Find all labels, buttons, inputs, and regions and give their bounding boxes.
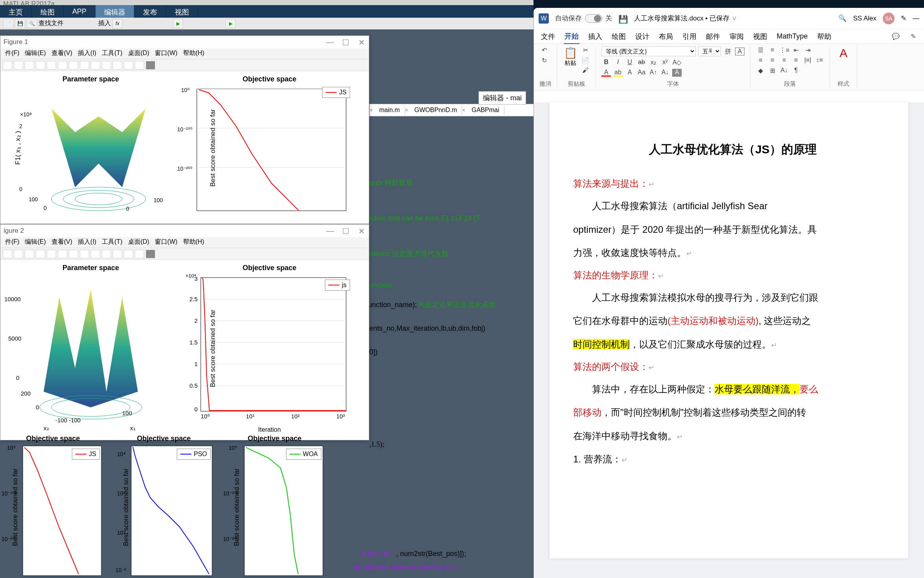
dec-indent-icon[interactable]: ⇤	[791, 46, 801, 54]
minimize-icon[interactable]: —	[326, 38, 334, 46]
grow-font-icon[interactable]: A↑	[649, 69, 658, 77]
underline-icon[interactable]: U	[625, 59, 634, 66]
document-filename[interactable]: 人工水母搜索算法.docx • 已保存 ∨	[634, 14, 737, 23]
menu-view[interactable]: 查看(V)	[49, 48, 75, 59]
copy-icon[interactable]: 📄	[581, 57, 590, 64]
menu-edit[interactable]: 编辑(E)	[22, 48, 48, 59]
menu-file[interactable]: 件(F)	[3, 48, 22, 59]
file-tab-gwobp[interactable]: GWOBPnnD.m	[410, 105, 462, 115]
tab-plot[interactable]: 绘图	[32, 5, 64, 18]
menu-help[interactable]: 帮助(H)	[181, 48, 207, 59]
link-icon[interactable]	[113, 61, 122, 70]
hide-plot-icon[interactable]	[146, 61, 155, 70]
undo-icon[interactable]: ↶	[539, 46, 549, 54]
superscript-icon[interactable]: x²	[660, 59, 670, 66]
cut-icon[interactable]: ✂	[581, 46, 590, 54]
autosave-toggle[interactable]: 自动保存 关	[555, 14, 612, 23]
align-right-icon[interactable]: ≡	[779, 57, 789, 64]
menu-window[interactable]: 窗口(W)	[152, 48, 180, 59]
menu-view[interactable]: 查看(V)	[49, 237, 75, 248]
run-section-icon[interactable]: ▶	[226, 19, 236, 28]
legend-icon[interactable]	[135, 61, 144, 70]
figure-1-titlebar[interactable]: Figure 1 — ☐ ✕	[0, 36, 369, 48]
tab-draw[interactable]: 绘图	[611, 29, 627, 44]
tab-home[interactable]: 主页	[0, 5, 32, 18]
distribute-icon[interactable]: |≡|	[803, 57, 812, 64]
editor-code-area[interactable]: agents 种群数量 function that can be from F1…	[361, 157, 534, 362]
menu-help[interactable]: 帮助(H)	[181, 237, 207, 248]
file-tab-gabp[interactable]: GABPmai	[467, 105, 504, 115]
menu-insert[interactable]: 插入(I)	[75, 237, 99, 248]
zoom-in-icon[interactable]	[47, 61, 56, 70]
subscript-icon[interactable]: x₂	[649, 59, 658, 66]
change-case-icon[interactable]: Aa	[637, 69, 646, 77]
bold-icon[interactable]: B	[601, 59, 611, 66]
line-spacing-icon[interactable]: ↕≡	[815, 57, 824, 64]
pinyin-icon[interactable]: 拼	[723, 48, 733, 55]
datacursor-icon[interactable]	[91, 250, 100, 258]
tab-mail[interactable]: 邮件	[705, 29, 721, 44]
menu-window[interactable]: 窗口(W)	[152, 237, 180, 248]
clear-format-icon[interactable]: A◇	[672, 59, 682, 66]
pan-icon[interactable]	[69, 61, 78, 70]
tab-ref[interactable]: 引用	[682, 29, 697, 44]
tab-editor[interactable]: 编辑器	[95, 5, 134, 18]
print-icon[interactable]	[25, 61, 34, 70]
minimize-icon[interactable]: —	[913, 15, 919, 22]
brush-icon[interactable]	[102, 61, 111, 70]
tab-review[interactable]: 审阅	[729, 29, 744, 44]
tab-start[interactable]: 开始	[564, 29, 579, 44]
highlight-icon[interactable]: ab	[613, 69, 623, 77]
save-icon[interactable]	[14, 250, 23, 258]
pan-icon[interactable]	[69, 250, 78, 258]
bullets-icon[interactable]: ☰	[756, 46, 765, 54]
zoom-in-icon[interactable]	[47, 250, 56, 258]
menu-file[interactable]: 件(F)	[3, 237, 22, 248]
align-center-icon[interactable]: ≡	[768, 57, 777, 64]
close-icon[interactable]: ✕	[357, 38, 366, 46]
file-tab-main[interactable]: main.m	[374, 105, 405, 115]
comments-icon[interactable]: 💬	[891, 33, 900, 40]
sort-icon[interactable]: A↓	[779, 67, 789, 75]
tab-help[interactable]: 帮助	[816, 29, 832, 44]
justify-icon[interactable]: ≡	[791, 57, 801, 64]
new-icon[interactable]	[3, 250, 12, 258]
save-icon[interactable]	[14, 61, 23, 70]
save-icon[interactable]: 💾	[618, 15, 628, 22]
tab-app[interactable]: APP	[64, 5, 95, 18]
fx-icon[interactable]: fx	[112, 19, 123, 28]
brush-icon[interactable]	[102, 250, 111, 258]
menu-tools[interactable]: 工具(T)	[99, 48, 125, 59]
show-marks-icon[interactable]: ¶	[791, 67, 801, 75]
zoom-out-icon[interactable]	[58, 61, 67, 70]
shading-icon[interactable]: ◆	[756, 67, 765, 75]
figure-2-titlebar[interactable]: igure 2 — ☐ ✕	[0, 225, 369, 237]
char-shading-icon[interactable]: A	[625, 69, 634, 77]
paste-button[interactable]: 📋 粘贴	[563, 46, 578, 66]
pointer-icon[interactable]	[36, 250, 45, 258]
font-size-select[interactable]: 五号	[698, 46, 721, 56]
align-left-icon[interactable]: ≡	[756, 57, 765, 64]
italic-icon[interactable]: I	[613, 59, 623, 66]
close-tab-icon[interactable]: ×	[462, 107, 465, 113]
search-icon[interactable]: 🔍	[838, 14, 847, 22]
datacursor-icon[interactable]	[91, 61, 100, 70]
rotate-icon[interactable]	[80, 61, 89, 70]
figure-2-window[interactable]: igure 2 — ☐ ✕ 件(F) 编辑(E) 查看(V) 插入(I) 工具(…	[0, 224, 369, 440]
colorbar-icon[interactable]	[124, 61, 133, 70]
rotate-icon[interactable]	[80, 250, 89, 258]
close-icon[interactable]: ✕	[357, 226, 366, 235]
font-color-icon[interactable]: A	[601, 69, 611, 77]
tab-design[interactable]: 设计	[634, 29, 650, 44]
menu-insert[interactable]: 插入(I)	[75, 48, 99, 59]
close-tab-icon[interactable]: ×	[370, 107, 373, 113]
tab-insert[interactable]: 插入	[587, 29, 603, 44]
tab-layout[interactable]: 布局	[658, 29, 674, 44]
word-titlebar[interactable]: W 自动保存 关 💾 人工水母搜索算法.docx • 已保存 ∨ 🔍 SS Al…	[534, 8, 924, 29]
borders-icon[interactable]: ⊞	[768, 67, 777, 75]
colorbar-icon[interactable]	[124, 250, 133, 258]
tab-file[interactable]: 文件	[540, 29, 556, 44]
legend-icon[interactable]	[135, 250, 144, 258]
link-icon[interactable]	[113, 250, 122, 258]
zoom-out-icon[interactable]	[58, 250, 67, 258]
